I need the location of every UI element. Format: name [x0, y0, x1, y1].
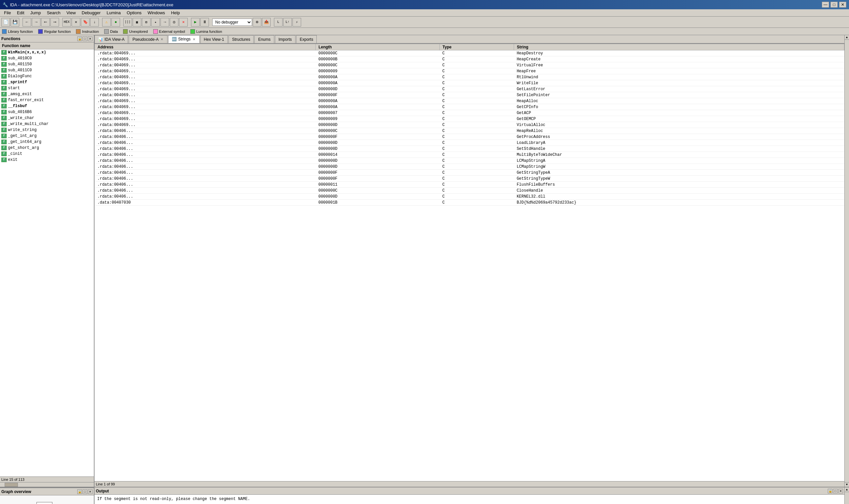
menu-item-search[interactable]: Search [44, 10, 63, 16]
func-item-14[interactable]: f_get_int_arg [0, 133, 94, 139]
toolbar-d1[interactable]: ⚙ [253, 18, 261, 26]
func-item-8[interactable]: ffast_error_exit [0, 97, 94, 103]
table-row[interactable]: .rdata:004069...0000000ACWriteFile [95, 80, 844, 86]
menu-item-view[interactable]: View [64, 10, 78, 16]
toolbar-new[interactable]: 📄 [1, 18, 10, 26]
menu-item-windows[interactable]: Windows [145, 10, 168, 16]
tab-enums[interactable]: Enums [254, 35, 274, 43]
main-scrollbar[interactable]: ▲ ▼ [844, 35, 849, 487]
table-row[interactable]: .rdata:00406...0000000FCGetProcAddress [95, 134, 844, 140]
func-item-2[interactable]: fsub_401150 [0, 61, 94, 67]
func-item-6[interactable]: fstart [0, 85, 94, 91]
toolbar-back2[interactable]: ⟵ [41, 18, 50, 26]
toolbar-b5[interactable]: → [161, 18, 169, 26]
toolbar-fwd2[interactable]: ⟶ [50, 18, 59, 26]
func-item-4[interactable]: fDialogFunc [0, 73, 94, 79]
tab-strings[interactable]: 🔤 Strings✕ [168, 35, 199, 43]
toolbar-lumina[interactable]: L [274, 18, 283, 26]
toolbar-d2[interactable]: 📤 [262, 18, 271, 26]
table-row[interactable]: .data:004070300000001BCBJD{%d%d2069a4579… [95, 200, 844, 205]
panel-float-btn[interactable]: □ [83, 36, 87, 41]
table-row[interactable]: .rdata:00406...0000000DCKERNEL32.dll [95, 194, 844, 200]
toolbar-b2[interactable]: ▦ [133, 18, 141, 26]
func-item-1[interactable]: fsub_4010C0 [0, 55, 94, 61]
table-row[interactable]: .rdata:004069...0000000CCHeapDestroy [95, 50, 844, 56]
func-item-18[interactable]: fexit [0, 157, 94, 163]
func-item-17[interactable]: f_cinit [0, 151, 94, 157]
table-row[interactable]: .rdata:004069...0000000DCGetLastError [95, 86, 844, 92]
panel-close-btn[interactable]: ✕ [88, 36, 92, 41]
table-row[interactable]: .rdata:00406...0000000DCLoadLibraryA [95, 140, 844, 146]
menu-item-file[interactable]: File [1, 10, 14, 16]
func-item-11[interactable]: f_write_char [0, 115, 94, 121]
menu-item-jump[interactable]: Jump [28, 10, 43, 16]
tab-close-1[interactable]: ✕ [160, 37, 164, 41]
toolbar-warn[interactable]: ⚠ [102, 18, 111, 26]
maximize-button[interactable]: □ [830, 2, 838, 7]
toolbar-b3[interactable]: ⊞ [142, 18, 150, 26]
output-close-btn[interactable]: ✕ [838, 489, 843, 493]
table-row[interactable]: .rdata:004069...0000000ACRtlUnwind [95, 74, 844, 80]
menu-item-debugger[interactable]: Debugger [79, 10, 103, 16]
func-item-3[interactable]: fsub_4011C0 [0, 67, 94, 73]
tab-imports[interactable]: Imports [275, 35, 295, 43]
minimize-button[interactable]: — [822, 2, 829, 7]
table-row[interactable]: .rdata:00406...0000000DCSetStdHandle [95, 146, 844, 152]
tab-ida-view-a[interactable]: 📊 IDA View-A [94, 35, 128, 43]
table-row[interactable]: .rdata:004069...0000000ACGetCPInfo [95, 104, 844, 110]
toolbar-hex[interactable]: HEX [62, 18, 71, 26]
toolbar-back[interactable]: ← [22, 18, 31, 26]
func-item-15[interactable]: f_get_int64_arg [0, 139, 94, 145]
toolbar-run[interactable]: ● [111, 18, 120, 26]
func-item-0[interactable]: fWinMain(x,x,x,x) [0, 49, 94, 55]
tab-close-2[interactable]: ✕ [192, 37, 196, 41]
output-lock-btn[interactable]: 🔒 [828, 489, 832, 493]
output-scrollbar[interactable]: ▲ ▼ [844, 487, 849, 504]
tab-hex-view-1[interactable]: Hex View-1 [200, 35, 228, 43]
table-row[interactable]: .rdata:00406...00000014CMultiByteToWideC… [95, 152, 844, 158]
table-row[interactable]: .rdata:004069...0000000FCSetFilePointer [95, 92, 844, 98]
toolbar-b1[interactable]: ||| [123, 18, 132, 26]
table-row[interactable]: .rdata:004069...00000009CHeapFree [95, 68, 844, 74]
table-row[interactable]: .rdata:00406...0000000FCGetStringTypeA [95, 170, 844, 176]
table-row[interactable]: .rdata:004069...00000009CGetOEMCP [95, 116, 844, 122]
toolbar-down[interactable]: ↓ [90, 18, 99, 26]
toolbar-b7[interactable]: ✕ [179, 18, 188, 26]
toolbar-bookmark[interactable]: 🔖 [81, 18, 90, 26]
menu-item-help[interactable]: Help [168, 10, 183, 16]
table-row[interactable]: .rdata:00406...00000011CFlushFileBuffers [95, 182, 844, 188]
func-item-5[interactable]: f_sprintf [0, 79, 94, 85]
func-item-16[interactable]: fget_short_arg [0, 145, 94, 151]
table-row[interactable]: .rdata:00406...0000000CCCloseHandle [95, 188, 844, 194]
toolbar-lumina3[interactable]: ⚡ [292, 18, 301, 26]
table-row[interactable]: .rdata:00406...0000000DCLCMapStringA [95, 158, 844, 164]
table-row[interactable]: .rdata:004069...0000000ACHeapAlloc [95, 98, 844, 104]
menu-item-edit[interactable]: Edit [14, 10, 27, 16]
strings-table[interactable]: AddressLengthTypeString .rdata:004069...… [94, 44, 844, 481]
table-row[interactable]: .rdata:004069...0000000DCVirtualAlloc [95, 122, 844, 128]
table-row[interactable]: .rdata:00406...0000000FCGetStringTypeW [95, 176, 844, 182]
toolbar-fwd[interactable]: → [32, 18, 40, 26]
func-item-7[interactable]: f_amsg_exit [0, 91, 94, 97]
func-item-12[interactable]: f_write_multi_char [0, 121, 94, 127]
output-float-btn[interactable]: □ [833, 489, 838, 493]
func-list[interactable]: fWinMain(x,x,x,x)fsub_4010C0fsub_401150f… [0, 49, 94, 476]
tab-pseudocode-a[interactable]: Pseudocode-A✕ [129, 35, 167, 43]
func-item-9[interactable]: f__flsbuf [0, 103, 94, 109]
toolbar-save[interactable]: 💾 [11, 18, 19, 26]
func-item-10[interactable]: fsub_4016B6 [0, 109, 94, 115]
graph-close-btn[interactable]: ✕ [88, 489, 92, 494]
func-item-13[interactable]: fwrite_string [0, 127, 94, 133]
table-row[interactable]: .rdata:004069...0000000BCHeapCreate [95, 56, 844, 62]
toolbar-b4[interactable]: ✦ [151, 18, 160, 26]
toolbar-play[interactable]: ▶ [191, 18, 200, 26]
tab-exports[interactable]: Exports [296, 35, 317, 43]
toolbar-b6[interactable]: ◎ [170, 18, 178, 26]
debugger-select[interactable]: No debugger [212, 19, 252, 26]
toolbar-lumina2[interactable]: L↑ [283, 18, 292, 26]
close-button[interactable]: ✕ [839, 2, 846, 7]
tab-structures[interactable]: Structures [229, 35, 254, 43]
func-hscroll[interactable] [0, 482, 94, 487]
menu-item-options[interactable]: Options [124, 10, 144, 16]
table-row[interactable]: .rdata:004069...0000000CCVirtualFree [95, 62, 844, 68]
